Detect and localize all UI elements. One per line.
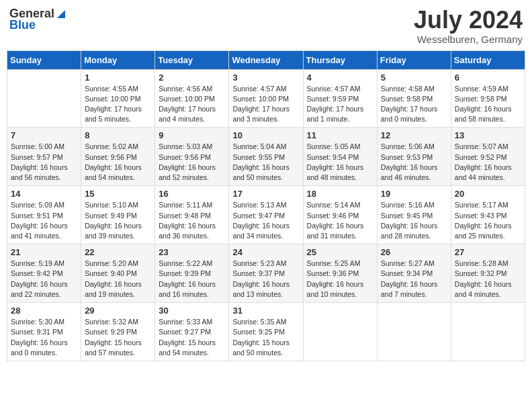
calendar-cell: 11Sunrise: 5:05 AMSunset: 9:54 PMDayligh… (303, 128, 377, 186)
calendar-cell: 21Sunrise: 5:19 AMSunset: 9:42 PMDayligh… (7, 244, 81, 303)
day-info: Sunrise: 5:28 AMSunset: 9:32 PMDaylight:… (455, 259, 521, 300)
day-number: 18 (307, 189, 373, 199)
day-number: 29 (85, 306, 151, 316)
calendar-cell: 15Sunrise: 5:10 AMSunset: 9:49 PMDayligh… (81, 186, 155, 244)
day-info: Sunrise: 5:05 AMSunset: 9:54 PMDaylight:… (307, 142, 373, 183)
calendar-cell (451, 303, 525, 361)
calendar-cell: 30Sunrise: 5:33 AMSunset: 9:27 PMDayligh… (155, 303, 229, 361)
calendar-cell: 23Sunrise: 5:22 AMSunset: 9:39 PMDayligh… (155, 244, 229, 303)
calendar-cell: 17Sunrise: 5:13 AMSunset: 9:47 PMDayligh… (229, 186, 303, 244)
month-year-title: July 2024 (414, 7, 523, 34)
calendar-cell: 18Sunrise: 5:14 AMSunset: 9:46 PMDayligh… (303, 186, 377, 244)
weekday-header-thursday: Thursday (303, 50, 377, 69)
logo-arrow-icon (56, 9, 66, 19)
day-number: 26 (381, 247, 447, 257)
day-number: 27 (455, 247, 521, 257)
day-number: 16 (159, 189, 225, 199)
location-subtitle: Wesselburen, Germany (414, 34, 523, 45)
calendar-cell: 8Sunrise: 5:02 AMSunset: 9:56 PMDaylight… (81, 128, 155, 186)
day-number: 19 (381, 189, 447, 199)
calendar-cell: 9Sunrise: 5:03 AMSunset: 9:56 PMDaylight… (155, 128, 229, 186)
day-number: 23 (159, 247, 225, 257)
calendar-cell (377, 303, 451, 361)
weekday-header-saturday: Saturday (451, 50, 525, 69)
calendar-week-row: 21Sunrise: 5:19 AMSunset: 9:42 PMDayligh… (7, 244, 525, 303)
calendar-cell (7, 69, 81, 128)
calendar-cell: 22Sunrise: 5:20 AMSunset: 9:40 PMDayligh… (81, 244, 155, 303)
day-number: 2 (159, 73, 225, 83)
calendar-body: 1Sunrise: 4:55 AMSunset: 10:00 PMDayligh… (7, 69, 525, 361)
calendar-cell (303, 303, 377, 361)
day-number: 7 (11, 130, 77, 140)
day-info: Sunrise: 5:20 AMSunset: 9:40 PMDaylight:… (85, 259, 151, 300)
day-number: 10 (232, 130, 299, 140)
calendar-cell: 24Sunrise: 5:23 AMSunset: 9:37 PMDayligh… (229, 244, 303, 303)
calendar-cell: 10Sunrise: 5:04 AMSunset: 9:55 PMDayligh… (229, 128, 303, 186)
day-info: Sunrise: 5:04 AMSunset: 9:55 PMDaylight:… (232, 142, 299, 183)
calendar-cell: 26Sunrise: 5:27 AMSunset: 9:34 PMDayligh… (377, 244, 451, 303)
calendar-cell: 16Sunrise: 5:11 AMSunset: 9:48 PMDayligh… (155, 186, 229, 244)
calendar-cell: 5Sunrise: 4:58 AMSunset: 9:58 PMDaylight… (377, 69, 451, 128)
day-number: 9 (159, 130, 225, 140)
weekday-header-sunday: Sunday (7, 50, 81, 69)
day-info: Sunrise: 5:09 AMSunset: 9:51 PMDaylight:… (11, 200, 77, 241)
day-info: Sunrise: 4:58 AMSunset: 9:58 PMDaylight:… (381, 84, 447, 125)
calendar-cell: 20Sunrise: 5:17 AMSunset: 9:43 PMDayligh… (451, 186, 525, 244)
day-info: Sunrise: 5:19 AMSunset: 9:42 PMDaylight:… (11, 259, 77, 300)
day-info: Sunrise: 5:07 AMSunset: 9:52 PMDaylight:… (455, 142, 521, 183)
weekday-header-wednesday: Wednesday (229, 50, 303, 69)
calendar-week-row: 7Sunrise: 5:00 AMSunset: 9:57 PMDaylight… (7, 128, 525, 186)
day-number: 11 (307, 130, 373, 140)
calendar-cell: 14Sunrise: 5:09 AMSunset: 9:51 PMDayligh… (7, 186, 81, 244)
day-info: Sunrise: 5:11 AMSunset: 9:48 PMDaylight:… (159, 200, 225, 241)
title-area: July 2024 Wesselburen, Germany (414, 7, 523, 45)
day-number: 21 (11, 247, 77, 257)
weekday-header-row: SundayMondayTuesdayWednesdayThursdayFrid… (7, 50, 525, 69)
weekday-header-friday: Friday (377, 50, 451, 69)
day-number: 13 (455, 130, 521, 140)
svg-marker-0 (57, 10, 65, 18)
day-number: 12 (381, 130, 447, 140)
calendar-cell: 29Sunrise: 5:32 AMSunset: 9:29 PMDayligh… (81, 303, 155, 361)
day-info: Sunrise: 5:13 AMSunset: 9:47 PMDaylight:… (232, 200, 299, 241)
day-number: 30 (159, 306, 225, 316)
day-info: Sunrise: 5:23 AMSunset: 9:37 PMDaylight:… (232, 259, 299, 300)
day-info: Sunrise: 5:10 AMSunset: 9:49 PMDaylight:… (85, 200, 151, 241)
day-number: 1 (85, 73, 151, 83)
calendar-cell: 7Sunrise: 5:00 AMSunset: 9:57 PMDaylight… (7, 128, 81, 186)
calendar-cell: 2Sunrise: 4:56 AMSunset: 10:00 PMDayligh… (155, 69, 229, 128)
calendar-cell: 12Sunrise: 5:06 AMSunset: 9:53 PMDayligh… (377, 128, 451, 186)
day-info: Sunrise: 5:35 AMSunset: 9:25 PMDaylight:… (232, 317, 299, 358)
day-number: 5 (381, 73, 447, 83)
calendar-week-row: 1Sunrise: 4:55 AMSunset: 10:00 PMDayligh… (7, 69, 525, 128)
logo: General Blue (9, 7, 66, 32)
day-number: 22 (85, 247, 151, 257)
day-info: Sunrise: 5:14 AMSunset: 9:46 PMDaylight:… (307, 200, 373, 241)
day-number: 20 (455, 189, 521, 199)
day-number: 6 (455, 73, 521, 83)
day-info: Sunrise: 5:17 AMSunset: 9:43 PMDaylight:… (455, 200, 521, 241)
day-info: Sunrise: 5:06 AMSunset: 9:53 PMDaylight:… (381, 142, 447, 183)
calendar-cell: 3Sunrise: 4:57 AMSunset: 10:00 PMDayligh… (229, 69, 303, 128)
day-info: Sunrise: 4:55 AMSunset: 10:00 PMDaylight… (85, 84, 151, 125)
day-number: 8 (85, 130, 151, 140)
day-info: Sunrise: 5:16 AMSunset: 9:45 PMDaylight:… (381, 200, 447, 241)
weekday-header-tuesday: Tuesday (155, 50, 229, 69)
day-info: Sunrise: 5:25 AMSunset: 9:36 PMDaylight:… (307, 259, 373, 300)
day-number: 15 (85, 189, 151, 199)
calendar-cell: 31Sunrise: 5:35 AMSunset: 9:25 PMDayligh… (229, 303, 303, 361)
day-info: Sunrise: 4:56 AMSunset: 10:00 PMDaylight… (159, 84, 225, 125)
calendar-week-row: 14Sunrise: 5:09 AMSunset: 9:51 PMDayligh… (7, 186, 525, 244)
calendar-cell: 28Sunrise: 5:30 AMSunset: 9:31 PMDayligh… (7, 303, 81, 361)
day-info: Sunrise: 5:03 AMSunset: 9:56 PMDaylight:… (159, 142, 225, 183)
day-number: 25 (307, 247, 373, 257)
day-info: Sunrise: 5:32 AMSunset: 9:29 PMDaylight:… (85, 317, 151, 358)
day-number: 4 (307, 73, 373, 83)
day-number: 3 (232, 73, 299, 83)
day-info: Sunrise: 5:00 AMSunset: 9:57 PMDaylight:… (11, 142, 77, 183)
day-info: Sunrise: 5:02 AMSunset: 9:56 PMDaylight:… (85, 142, 151, 183)
calendar-cell: 4Sunrise: 4:57 AMSunset: 9:59 PMDaylight… (303, 69, 377, 128)
calendar-cell: 27Sunrise: 5:28 AMSunset: 9:32 PMDayligh… (451, 244, 525, 303)
calendar-header: SundayMondayTuesdayWednesdayThursdayFrid… (7, 50, 525, 69)
calendar-table: SundayMondayTuesdayWednesdayThursdayFrid… (7, 50, 525, 361)
